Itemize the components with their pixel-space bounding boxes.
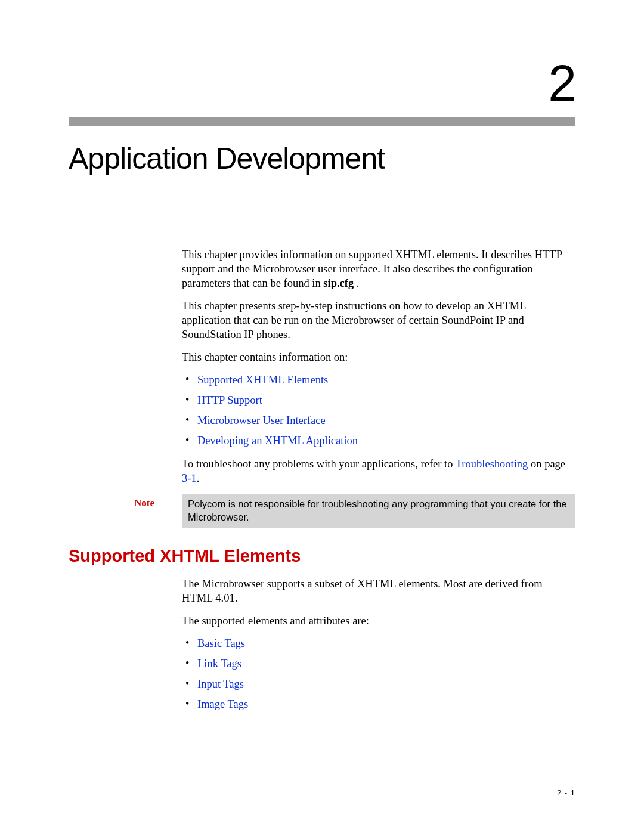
tags-link-list: Basic Tags Link Tags Input Tags Image Ta… [182,636,575,711]
link-troubleshooting[interactable]: Troubleshooting [456,458,528,470]
list-item: Image Tags [182,697,575,711]
chapter-title: Application Development [69,141,575,176]
link-link-tags[interactable]: Link Tags [197,658,242,670]
text: on page [528,458,565,470]
list-item: Input Tags [182,677,575,691]
intro-paragraph-1: This chapter provides information on sup… [182,247,575,290]
note-callout: Note Polycom is not responsible for trou… [134,494,575,529]
troubleshooting-paragraph: To troubleshoot any problems with your a… [182,457,575,485]
list-item: Supported XHTML Elements [182,373,575,387]
list-item: HTTP Support [182,393,575,407]
text: . [197,472,200,484]
text: To troubleshoot any problems with your a… [182,458,456,470]
link-microbrowser-ui[interactable]: Microbrowser User Interface [197,414,326,426]
list-item: Link Tags [182,657,575,671]
note-label: Note [134,494,182,529]
note-text: Polycom is not responsible for troublesh… [182,494,575,529]
section-heading: Supported XHTML Elements [69,546,575,566]
text: . [354,277,359,289]
intro-paragraph-2: This chapter presents step-by-step instr… [182,299,575,342]
text: This chapter provides information on sup… [182,249,562,289]
list-item: Developing an XHTML Application [182,433,575,448]
page-number: 2 - 1 [557,788,575,797]
config-filename: sip.cfg [323,277,354,289]
link-developing-app[interactable]: Developing an XHTML Application [197,435,358,447]
section-paragraph-2: The supported elements and attributes ar… [182,614,575,628]
toc-link-list: Supported XHTML Elements HTTP Support Mi… [182,373,575,448]
chapter-number: 2 [69,54,575,113]
link-page-ref[interactable]: 3-1 [182,472,197,484]
link-basic-tags[interactable]: Basic Tags [197,637,245,649]
section-paragraph-1: The Microbrowser supports a subset of XH… [182,577,575,605]
link-supported-xhtml[interactable]: Supported XHTML Elements [197,374,328,386]
list-item: Microbrowser User Interface [182,413,575,428]
link-image-tags[interactable]: Image Tags [197,698,248,710]
horizontal-rule [69,117,575,126]
list-item: Basic Tags [182,636,575,651]
link-input-tags[interactable]: Input Tags [197,678,244,690]
link-http-support[interactable]: HTTP Support [197,394,262,406]
intro-paragraph-3: This chapter contains information on: [182,350,575,364]
